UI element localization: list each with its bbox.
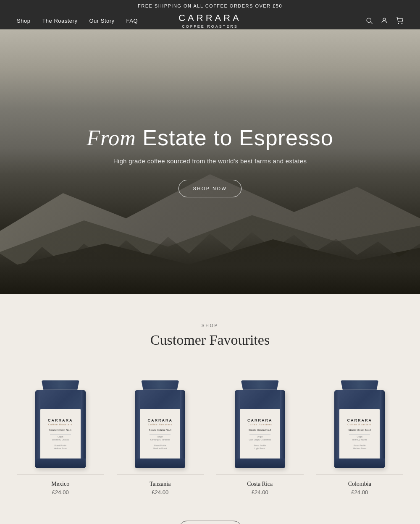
search-icon[interactable] — [365, 17, 373, 24]
label-brand: CARRARA — [247, 418, 273, 422]
main-nav: Shop The Roastery Our Story FAQ CARRARA … — [0, 12, 420, 29]
bag-bottom-seal — [35, 458, 86, 468]
bag-crease-right — [380, 390, 385, 468]
bag-body: CARRARA Coffee Roasters Single Origin No… — [135, 390, 185, 468]
product-card-colombia[interactable]: CARRARA Coffee Roasters Single Origin No… — [316, 371, 404, 495]
product-card-mexico[interactable]: CARRARA Coffee Roasters Single Origin No… — [17, 371, 104, 495]
bag-crease-right — [81, 390, 86, 468]
label-sub: Coffee Roasters — [48, 423, 73, 426]
hero-section: From Estate to Espresso High grade coffe… — [0, 29, 420, 294]
cart-icon[interactable] — [396, 17, 403, 24]
shop-label: SHOP — [17, 323, 403, 328]
product-price-colombia: £24.00 — [351, 489, 368, 495]
hero-subtitle: High grade coffee sourced from the world… — [87, 157, 333, 165]
hero-title-rest: Estate to Espresso — [136, 126, 333, 150]
bag-label: CARRARA Coffee Roasters Single Origin No… — [140, 409, 180, 459]
svg-line-1 — [370, 22, 372, 24]
bag-crease-left — [235, 390, 240, 468]
coffee-bag-mexico: CARRARA Coffee Roasters Single Origin No… — [35, 384, 86, 468]
nav-icons — [365, 17, 403, 24]
product-image-costa-rica: CARRARA Coffee Roasters Single Origin No… — [216, 371, 304, 468]
shop-title: Customer Favourites — [17, 332, 403, 348]
product-price-costa-rica: £24.00 — [252, 489, 268, 495]
product-image-tanzania: CARRARA Coffee Roasters Single Origin No… — [117, 371, 204, 468]
product-divider — [216, 474, 304, 475]
bag-body: CARRARA Coffee Roasters Single Origin No… — [235, 390, 285, 468]
product-card-tanzania[interactable]: CARRARA Coffee Roasters Single Origin No… — [117, 371, 204, 495]
label-divider — [249, 434, 270, 435]
bag-top — [241, 380, 279, 390]
bag-top — [141, 380, 179, 390]
bag-top — [341, 380, 378, 390]
nav-link-story[interactable]: Our Story — [89, 18, 114, 24]
product-divider — [316, 474, 404, 475]
bag-bottom-seal — [235, 458, 285, 468]
product-card-costa-rica[interactable]: CARRARA Coffee Roasters Single Origin No… — [216, 371, 304, 495]
product-price-mexico: £24.00 — [52, 489, 69, 495]
product-divider — [117, 474, 204, 475]
product-name-mexico: Mexico — [51, 481, 69, 487]
product-divider — [17, 474, 104, 475]
label-detail: OriginKilimanjaro, TanzaniaRoast Profile… — [150, 435, 170, 450]
label-brand: CARRARA — [148, 418, 173, 422]
label-detail: OriginSouthern, OaxacaRoast ProfileMediu… — [52, 435, 69, 450]
label-product: Single Origin No.3 — [249, 428, 271, 432]
account-icon[interactable] — [381, 17, 388, 24]
nav-link-faq[interactable]: FAQ — [126, 18, 138, 24]
svg-point-4 — [402, 23, 402, 24]
bag-body: CARRARA Coffee Roasters Single Origin No… — [35, 390, 86, 468]
svg-point-0 — [367, 18, 371, 23]
bag-crease-left — [135, 390, 140, 468]
svg-point-3 — [398, 23, 399, 24]
product-image-colombia: CARRARA Coffee Roasters Single Origin No… — [316, 371, 404, 468]
label-sub: Coffee Roasters — [347, 423, 372, 426]
label-divider — [50, 434, 71, 435]
hero-content: From Estate to Espresso High grade coffe… — [87, 126, 333, 197]
product-grid: CARRARA Coffee Roasters Single Origin No… — [17, 371, 403, 495]
product-name-costa-rica: Costa Rica — [247, 481, 273, 487]
product-name-tanzania: Tanzania — [150, 481, 171, 487]
nav-link-roastery[interactable]: The Roastery — [42, 18, 77, 24]
svg-point-2 — [383, 18, 386, 21]
nav-links-left: Shop The Roastery Our Story FAQ — [17, 18, 138, 24]
bag-crease-right — [180, 390, 185, 468]
bag-crease-right — [280, 390, 285, 468]
coffee-bag-tanzania: CARRARA Coffee Roasters Single Origin No… — [135, 384, 185, 468]
coffee-bag-costa-rica: CARRARA Coffee Roasters Single Origin No… — [235, 384, 285, 468]
bag-body: CARRARA Coffee Roasters Single Origin No… — [334, 390, 385, 468]
label-brand: CARRARA — [48, 418, 73, 422]
label-divider — [349, 434, 370, 435]
shop-section: SHOP Customer Favourites CARRARA Coffee … — [0, 294, 420, 524]
bag-bottom-seal — [334, 458, 385, 468]
label-detail: OriginCafé Origin, GuatemalaRoast Profil… — [249, 435, 271, 450]
nav-logo: CARRARA COFFEE ROASTERS — [178, 13, 242, 29]
product-name-colombia: Colombia — [348, 481, 371, 487]
bag-label: CARRARA Coffee Roasters Single Origin No… — [339, 409, 380, 459]
brand-name: CARRARA — [178, 13, 242, 24]
announcement-bar: FREE SHIPPING ON ALL COFFEE ORDERS OVER … — [0, 0, 420, 12]
hero-cta-button[interactable]: SHOP NOW — [178, 180, 242, 197]
label-brand: CARRARA — [347, 418, 373, 422]
bag-bottom-seal — [135, 458, 185, 468]
shop-all-wrapper: SHOP ALL — [17, 521, 403, 524]
product-image-mexico: CARRARA Coffee Roasters Single Origin No… — [17, 371, 104, 468]
hero-title: From Estate to Espresso — [87, 126, 333, 150]
label-sub: Coffee Roasters — [148, 423, 172, 426]
nav-link-shop[interactable]: Shop — [17, 18, 30, 24]
label-product: Single Origin No.1 — [49, 428, 71, 432]
announcement-text: FREE SHIPPING ON ALL COFFEE ORDERS OVER … — [138, 3, 282, 8]
label-product: Single Origin No.4 — [149, 428, 171, 432]
bag-label: CARRARA Coffee Roasters Single Origin No… — [240, 409, 280, 459]
label-divider — [150, 434, 171, 435]
bag-crease-left — [334, 390, 339, 468]
shop-all-button[interactable]: SHOP ALL — [178, 521, 242, 524]
label-sub: Coffee Roasters — [248, 423, 272, 426]
product-price-tanzania: £24.00 — [152, 489, 168, 495]
bag-crease-left — [35, 390, 40, 468]
hero-title-italic: From — [87, 126, 136, 150]
brand-sub: COFFEE ROASTERS — [178, 24, 242, 29]
coffee-bag-colombia: CARRARA Coffee Roasters Single Origin No… — [334, 384, 385, 468]
bag-label: CARRARA Coffee Roasters Single Origin No… — [40, 409, 81, 459]
bag-top — [42, 380, 79, 390]
label-product: Single Origin No.2 — [349, 428, 371, 432]
